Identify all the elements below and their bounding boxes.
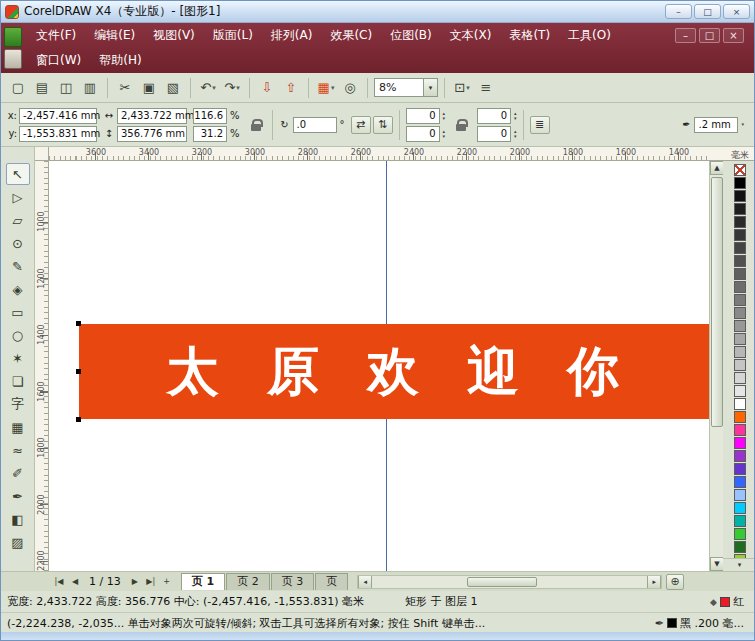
welcome-screen-button[interactable]: ◎	[339, 77, 361, 99]
color-swatch[interactable]	[734, 476, 746, 488]
object-height-field[interactable]: 356.776 mm	[117, 126, 187, 142]
spinner-icon[interactable]: ▴▾	[514, 129, 517, 139]
print-button[interactable]: ▥	[79, 77, 101, 99]
color-swatch[interactable]	[734, 398, 746, 410]
interactive-fill-tool-button[interactable]: ▨	[6, 531, 30, 553]
rotation-angle-field[interactable]: .0	[293, 117, 337, 133]
undo-button[interactable]: ↶▾	[197, 77, 219, 99]
corner-radius-lock-button[interactable]	[451, 108, 471, 142]
zoom-level-combobox[interactable]: 8%▾	[374, 78, 438, 97]
object-width-field[interactable]: 2,433.722 mm	[117, 108, 187, 124]
corner-radius-bottom-right-field[interactable]: 0	[477, 126, 511, 142]
ellipse-tool-button[interactable]: ○	[6, 324, 30, 346]
new-document-button[interactable]: ▢	[7, 77, 29, 99]
eyedropper-tool-button[interactable]: ✐	[6, 462, 30, 484]
pick-tool-button[interactable]: ↖	[6, 163, 30, 185]
scale-horizontal-field[interactable]: 116.6	[193, 108, 227, 124]
menu-help[interactable]: 帮助(H)	[90, 48, 150, 73]
corner-radius-top-right-field[interactable]: 0	[477, 108, 511, 124]
color-swatch[interactable]	[734, 177, 746, 189]
doc-restore-button[interactable]: □	[699, 28, 720, 43]
polygon-tool-button[interactable]: ✶	[6, 347, 30, 369]
text-tool-button[interactable]: 字	[6, 393, 30, 415]
scroll-right-icon[interactable]: ▸	[647, 576, 661, 588]
shape-tool-button[interactable]: ▷	[6, 186, 30, 208]
wrap-paragraph-text-button[interactable]: ≣	[530, 116, 550, 134]
horizontal-ruler[interactable]: 毫米 3600340032003000280026002400220020001…	[49, 147, 754, 161]
color-swatch[interactable]	[734, 268, 746, 280]
spinner-icon[interactable]: ▴▾	[514, 111, 517, 121]
banner-text[interactable]: 太 原 欢 迎 你	[167, 337, 621, 407]
add-page-button[interactable]: +	[159, 574, 175, 590]
selection-handle-bottom-left[interactable]	[76, 417, 81, 422]
doc-close-button[interactable]: ×	[723, 28, 744, 43]
page-tab-3[interactable]: 页 3	[271, 573, 315, 590]
menu-layout[interactable]: 版面(L)	[204, 23, 262, 48]
doc-minimize-button[interactable]: –	[675, 28, 696, 43]
color-swatch[interactable]	[734, 294, 746, 306]
mirror-vertical-button[interactable]: ⇅	[373, 116, 393, 134]
options-button[interactable]: ≡	[475, 77, 497, 99]
drawing-canvas[interactable]: 太 原 欢 迎 你	[49, 161, 709, 571]
minimize-button[interactable]: –	[665, 4, 692, 19]
color-swatch[interactable]	[734, 424, 746, 436]
vertical-scroll-thumb[interactable]	[711, 177, 723, 427]
rectangle-tool-button[interactable]: ▭	[6, 301, 30, 323]
color-swatch[interactable]	[734, 463, 746, 475]
export-button[interactable]: ⇧	[280, 77, 302, 99]
color-swatch[interactable]	[734, 450, 746, 462]
outline-indicator[interactable]: ✒ 黑 .200 毫...	[655, 616, 748, 631]
color-swatch[interactable]	[734, 190, 746, 202]
scale-vertical-field[interactable]: 31.2	[193, 126, 227, 142]
color-swatch[interactable]	[734, 541, 746, 553]
copy-button[interactable]: ▣	[138, 77, 160, 99]
crop-tool-button[interactable]: ▱	[6, 209, 30, 231]
mirror-horizontal-button[interactable]: ⇄	[351, 116, 371, 134]
navigator-button[interactable]: ⊕	[666, 574, 684, 590]
page-tab-4[interactable]: 页	[315, 573, 348, 590]
chevron-down-icon[interactable]: ▾	[741, 122, 744, 127]
color-swatch[interactable]	[734, 281, 746, 293]
menu-bitmaps[interactable]: 位图(B)	[381, 23, 441, 48]
basic-shapes-tool-button[interactable]: ❏	[6, 370, 30, 392]
color-swatch[interactable]	[734, 242, 746, 254]
menu-text[interactable]: 文本(X)	[441, 23, 501, 48]
horizontal-scroll-track[interactable]	[372, 576, 647, 588]
previous-page-button[interactable]: ◀	[67, 574, 83, 590]
corner-radius-bottom-left-field[interactable]: 0	[406, 126, 440, 142]
redo-button[interactable]: ↷▾	[221, 77, 243, 99]
horizontal-scrollbar[interactable]: ◂ ▸	[357, 575, 662, 589]
menu-arrange[interactable]: 排列(A)	[262, 23, 322, 48]
vertical-scrollbar[interactable]: ▲ ▼	[709, 161, 723, 571]
scroll-up-icon[interactable]: ▲	[710, 161, 724, 175]
outline-pen-tool-button[interactable]: ✒	[6, 485, 30, 507]
maximize-button[interactable]: □	[694, 4, 721, 19]
page-tab-2[interactable]: 页 2	[226, 573, 270, 590]
fill-indicator[interactable]: ◆ 红	[710, 594, 748, 609]
menu-table[interactable]: 表格(T)	[500, 23, 559, 48]
menu-view[interactable]: 视图(V)	[144, 23, 204, 48]
color-swatch[interactable]	[734, 255, 746, 267]
selection-handle-top-left[interactable]	[76, 321, 81, 326]
spinner-icon[interactable]: ▴▾	[443, 129, 446, 139]
color-swatch[interactable]	[734, 203, 746, 215]
spinner-icon[interactable]: ▴▾	[443, 111, 446, 121]
table-tool-button[interactable]: ▦	[6, 416, 30, 438]
zoom-tool-button[interactable]: ⊙	[6, 232, 30, 254]
vertical-ruler[interactable]: 1000120014001600180020002200	[35, 161, 49, 571]
first-page-button[interactable]: |◀	[51, 574, 67, 590]
scroll-down-icon[interactable]: ▼	[710, 557, 724, 571]
menu-window[interactable]: 窗口(W)	[27, 48, 90, 73]
ruler-origin-corner[interactable]	[35, 147, 49, 161]
outline-width-combobox[interactable]: .2 mm	[694, 117, 738, 133]
application-launcher-button[interactable]: ▦▾	[315, 77, 337, 99]
menu-file[interactable]: 文件(F)	[27, 23, 85, 48]
color-swatch[interactable]	[734, 489, 746, 501]
open-button[interactable]: ▤	[31, 77, 53, 99]
x-position-field[interactable]: -2,457.416 mm	[19, 108, 97, 124]
chevron-down-icon[interactable]: ▾	[423, 79, 437, 96]
fill-tool-button[interactable]: ◧	[6, 508, 30, 530]
color-swatch[interactable]	[734, 502, 746, 514]
color-swatch[interactable]	[734, 437, 746, 449]
selection-handle-middle-left[interactable]	[76, 369, 81, 374]
